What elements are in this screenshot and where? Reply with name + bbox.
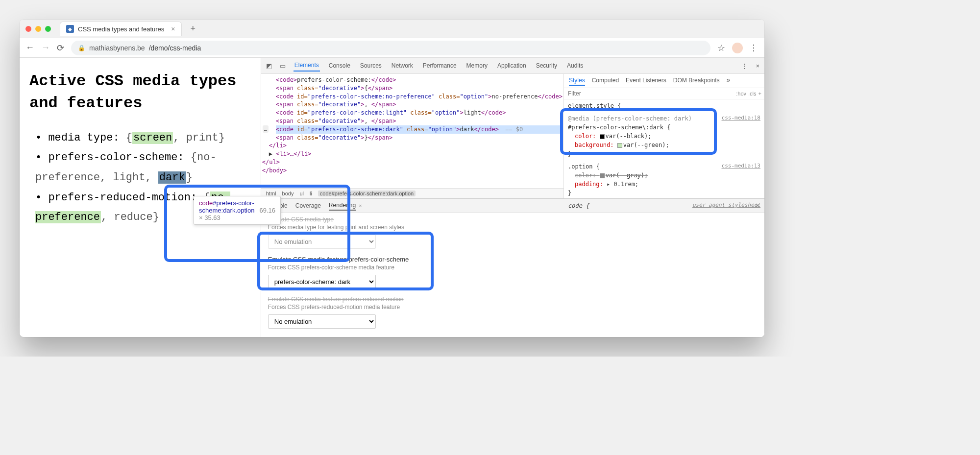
tab-sources[interactable]: Sources xyxy=(359,60,383,71)
tab-title: CSS media types and features xyxy=(78,25,164,33)
selected-dom-node[interactable]: …<code id="prefers-color-scheme:dark" cl… xyxy=(276,125,563,134)
window-minimize-button[interactable] xyxy=(35,26,41,32)
devtools-upper: <code>prefers-color-scheme:</code> <span… xyxy=(261,74,764,198)
back-icon[interactable]: ← xyxy=(25,43,34,53)
new-rule-button[interactable]: + xyxy=(759,91,761,96)
tab-styles[interactable]: Styles xyxy=(569,76,585,86)
new-tab-button[interactable]: + xyxy=(186,24,201,34)
page-title: Active CSS media types and features xyxy=(29,71,251,115)
drawer-tab-rendering[interactable]: Rendering xyxy=(329,201,356,211)
hov-toggle[interactable]: :hov xyxy=(736,91,746,96)
emulate-color-scheme-section: Emulate CSS media feature prefers-color-… xyxy=(268,256,758,289)
active-value: screen xyxy=(132,132,173,144)
content-area: Active CSS media types and features medi… xyxy=(20,58,764,337)
tab-dom-breakpoints[interactable]: DOM Breakpoints xyxy=(673,76,720,86)
tab-computed[interactable]: Computed xyxy=(592,76,619,86)
favicon-icon: ◆ xyxy=(66,25,74,33)
css-rule: css-media:18 @media (prefers-color-schem… xyxy=(568,114,760,158)
cls-toggle[interactable]: .cls xyxy=(748,91,757,96)
styles-panel: Styles Computed Event Listeners DOM Brea… xyxy=(564,74,764,198)
close-icon[interactable]: × xyxy=(756,62,760,70)
inspect-icon[interactable]: ◩ xyxy=(266,62,272,70)
dom-breadcrumb[interactable]: html body ul li code#prefers-color-schem… xyxy=(261,188,564,198)
dom-tree[interactable]: <code>prefers-color-scheme:</code> <span… xyxy=(261,74,564,188)
tab-memory[interactable]: Memory xyxy=(466,60,489,71)
titlebar: ◆ CSS media types and features × + xyxy=(20,20,764,38)
url-host: mathiasbynens.be xyxy=(89,44,145,52)
tab-event-listeners[interactable]: Event Listeners xyxy=(626,76,666,86)
emulate-media-type-section: Emulate CSS media type Forces media type… xyxy=(268,216,758,249)
tab-network[interactable]: Network xyxy=(391,60,414,71)
window-close-button[interactable] xyxy=(25,26,31,32)
star-icon[interactable]: ☆ xyxy=(717,43,725,53)
color-scheme-select[interactable]: prefers-color-scheme: dark xyxy=(268,275,376,289)
tab-close-icon[interactable]: × xyxy=(171,25,175,33)
selected-value: dark xyxy=(158,171,186,184)
drawer-tab-coverage[interactable]: Coverage xyxy=(295,201,321,210)
chevron-right-icon[interactable]: » xyxy=(726,76,730,86)
tab-security[interactable]: Security xyxy=(535,60,558,71)
reload-icon[interactable]: ⟳ xyxy=(57,43,64,53)
devtools: ◩ ▭ Elements Console Sources Network Per… xyxy=(261,58,764,337)
lock-icon: 🔒 xyxy=(78,45,85,51)
window-maximize-button[interactable] xyxy=(45,26,51,32)
settings-icon[interactable]: ⋮ xyxy=(741,62,748,70)
tab-console[interactable]: Console xyxy=(328,60,351,71)
reduced-motion-select[interactable]: No emulation xyxy=(268,314,376,329)
tab-elements[interactable]: Elements xyxy=(294,60,320,72)
styles-body[interactable]: element.style { css-media:18 @media (pre… xyxy=(564,99,764,216)
devtools-tabs: ◩ ▭ Elements Console Sources Network Per… xyxy=(261,58,764,74)
profile-avatar[interactable] xyxy=(732,43,743,53)
rule-source-link[interactable]: css-media:13 xyxy=(722,162,760,170)
emulate-reduced-motion-section: Emulate CSS media feature prefers-reduce… xyxy=(268,296,758,329)
forward-icon[interactable]: → xyxy=(41,43,50,53)
rendered-page: Active CSS media types and features medi… xyxy=(20,58,261,337)
media-type-select[interactable]: No emulation xyxy=(268,235,376,249)
css-rule: css-media:13 .option { color: var(--gray… xyxy=(568,162,760,197)
devtools-drawer: Console Coverage Rendering × × Emulate C… xyxy=(261,198,764,337)
styles-filter-input[interactable] xyxy=(564,88,736,99)
list-item: media type: {screen, print} xyxy=(35,128,251,148)
tab-audits[interactable]: Audits xyxy=(566,60,584,71)
traffic-lights xyxy=(25,26,51,32)
styles-filter-bar: :hov .cls + xyxy=(564,88,764,99)
styles-tabs: Styles Computed Event Listeners DOM Brea… xyxy=(564,74,764,88)
url-path: /demo/css-media xyxy=(149,44,201,52)
browser-tab[interactable]: ◆ CSS media types and features × xyxy=(60,22,182,36)
tab-performance[interactable]: Performance xyxy=(422,60,458,71)
browser-window: ◆ CSS media types and features × + ← → ⟳… xyxy=(20,20,764,337)
rule-source-link[interactable]: css-media:18 xyxy=(722,114,760,122)
element-tooltip: code#prefers-color-scheme:dark.option69.… xyxy=(194,196,281,225)
close-icon[interactable]: × xyxy=(359,203,362,209)
menu-icon[interactable]: ⋯ xyxy=(749,44,760,52)
url-bar: ← → ⟳ 🔒 mathiasbynens.be/demo/css-media … xyxy=(20,38,764,58)
url-field[interactable]: 🔒 mathiasbynens.be/demo/css-media xyxy=(71,41,710,55)
list-item: prefers-color-scheme: {no-preference, li… xyxy=(35,148,251,188)
element-style-rule: element.style { xyxy=(568,101,760,110)
css-rule: user agent stylesheet code { xyxy=(568,201,760,210)
device-icon[interactable]: ▭ xyxy=(280,62,286,70)
tab-application[interactable]: Application xyxy=(496,60,527,71)
rendering-panel: Emulate CSS media type Forces media type… xyxy=(261,213,764,337)
